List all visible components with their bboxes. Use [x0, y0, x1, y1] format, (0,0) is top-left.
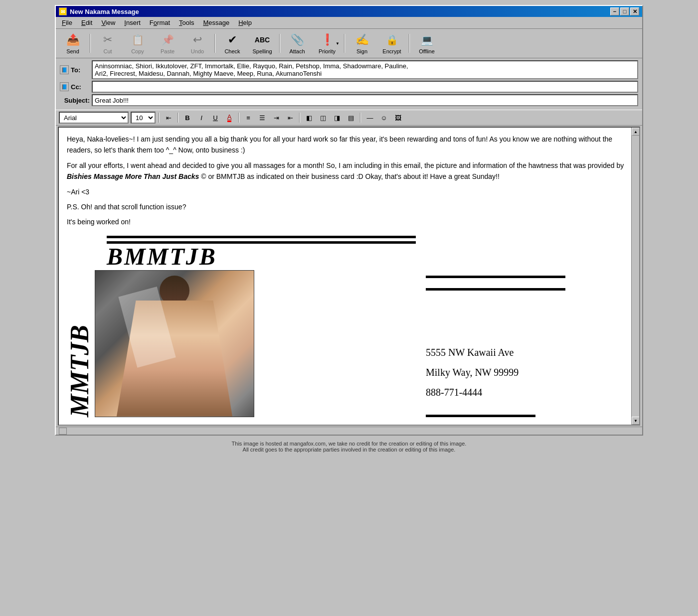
cut-icon: [100, 32, 116, 47]
encrypt-icon: [384, 32, 400, 47]
to-input-area[interactable]: Aninsomniac, Shiori, Ikkutolover, ZFT, I…: [92, 60, 638, 79]
indent-decrease-button[interactable]: ⇤: [163, 112, 174, 123]
fontcolor-button[interactable]: A: [223, 112, 235, 123]
footer-line-2: All credit goes to the appropriate parti…: [232, 447, 467, 453]
right-line-1: [426, 276, 565, 278]
size-selector[interactable]: 10: [131, 112, 156, 124]
copy-label: Copy: [131, 48, 144, 54]
to-line2: Ari2, Firecrest, Maidesu, Dannah, Mighty…: [95, 70, 635, 77]
italic-button[interactable]: I: [195, 112, 207, 123]
priority-button[interactable]: Priority ▼: [313, 31, 341, 56]
window-title: New Nakama Message: [70, 8, 139, 15]
address-line-2: Milky Way, NW 99999: [426, 362, 565, 382]
phone-number: 888-771-4444: [426, 382, 565, 402]
spelling-button[interactable]: Spelling: [248, 31, 276, 56]
bold-button[interactable]: B: [181, 112, 193, 123]
address-line-1: 5555 NW Kawaii Ave: [426, 342, 565, 362]
address-block: 5555 NW Kawaii Ave Milky Way, NW 99999 8…: [426, 342, 565, 402]
toolbar: Send Cut Copy Paste Undo Check Spelling: [56, 29, 642, 58]
image-button[interactable]: 🖼: [392, 112, 404, 123]
offline-label: Offline: [419, 48, 435, 54]
undo-label: Undo: [191, 48, 204, 54]
fmt-sep-3: [238, 113, 239, 123]
image-section: MMTJB: [67, 270, 416, 417]
toolbar-separator-4: [344, 34, 345, 53]
offline-button[interactable]: Offline: [413, 31, 441, 56]
menu-tools[interactable]: Tools: [175, 18, 198, 27]
menu-message[interactable]: Message: [199, 18, 233, 27]
menu-bar: File Edit View Insert Format Tools Messa…: [56, 17, 642, 29]
align-right-button[interactable]: ◨: [331, 112, 343, 123]
maximize-button[interactable]: □: [620, 7, 629, 15]
right-line-2: [426, 288, 565, 291]
toolbar-separator-1: [90, 34, 91, 53]
offline-icon: [419, 32, 435, 47]
rule-button[interactable]: —: [364, 112, 376, 123]
check-label: Check: [224, 48, 240, 54]
cc-label: 📘 Cc:: [60, 82, 90, 91]
body-signature: ~Ari <3: [67, 186, 625, 197]
to-row: 📘 To: Aninsomniac, Shiori, Ikkutolover, …: [60, 60, 638, 79]
bmmtjb-logo: BMMTJB: [107, 244, 416, 270]
business-card: BMMTJB MMTJB: [67, 236, 625, 417]
main-window: ✉ New Nakama Message − □ ✕ File Edit Vie…: [55, 5, 643, 436]
menu-view[interactable]: View: [97, 18, 119, 27]
align-center-button[interactable]: ◫: [317, 112, 329, 123]
copy-button[interactable]: Copy: [124, 31, 152, 56]
send-button[interactable]: Send: [59, 31, 87, 56]
font-selector[interactable]: Arial: [59, 112, 129, 124]
check-button[interactable]: Check: [218, 31, 246, 56]
address-area: 📘 To: Aninsomniac, Shiori, Ikkutolover, …: [56, 58, 642, 110]
toolbar-separator-3: [279, 34, 280, 53]
unordered-list-button[interactable]: ≡: [242, 112, 254, 123]
sign-icon: [354, 32, 370, 47]
man-image: [95, 270, 254, 417]
bottom-line: [426, 415, 535, 417]
emoticon-button[interactable]: ☺: [378, 112, 390, 123]
justify-button[interactable]: ▤: [345, 112, 357, 123]
paste-button[interactable]: Paste: [154, 31, 181, 56]
attach-icon: [289, 32, 305, 47]
spelling-label: Spelling: [252, 48, 272, 54]
subject-input[interactable]: [92, 94, 638, 106]
cut-button[interactable]: Cut: [94, 31, 122, 56]
undo-button[interactable]: Undo: [183, 31, 211, 56]
bmmtjb-card-right: 5555 NW Kawaii Ave Milky Way, NW 99999 8…: [416, 236, 565, 417]
top-line-1: [107, 236, 416, 238]
paste-label: Paste: [161, 48, 174, 54]
to-book-icon[interactable]: 📘: [60, 65, 69, 74]
sign-label: Sign: [356, 48, 367, 54]
align-left-button[interactable]: ◧: [303, 112, 315, 123]
compose-content[interactable]: Heya, Naka-lovelies~! I am just sending …: [59, 128, 639, 423]
menu-edit[interactable]: Edit: [77, 18, 96, 27]
indent-button[interactable]: ⇥: [270, 112, 282, 123]
priority-icon: [319, 32, 335, 47]
scroll-track[interactable]: [632, 136, 639, 417]
cc-book-icon[interactable]: 📘: [60, 82, 69, 91]
copy-icon: [130, 32, 146, 47]
menu-file[interactable]: File: [58, 18, 76, 27]
cut-label: Cut: [103, 48, 112, 54]
subject-label: Subject:: [60, 97, 90, 104]
sign-button[interactable]: Sign: [348, 31, 376, 56]
encrypt-button[interactable]: Encrypt: [378, 31, 406, 56]
underline-button[interactable]: U: [209, 112, 221, 123]
status-bar: [56, 427, 642, 435]
menu-help[interactable]: Help: [234, 18, 256, 27]
menu-format[interactable]: Format: [146, 18, 174, 27]
cc-row: 📘 Cc:: [60, 81, 638, 93]
horizontal-scrollbar-area[interactable]: [59, 428, 67, 435]
ordered-list-button[interactable]: ☰: [256, 112, 268, 123]
check-icon: [224, 32, 240, 47]
attach-label: Attach: [289, 48, 305, 54]
cc-input[interactable]: [92, 81, 638, 93]
close-button[interactable]: ✕: [630, 7, 639, 15]
outdent-button[interactable]: ⇤: [284, 112, 296, 123]
scroll-up-arrow[interactable]: ▲: [632, 128, 640, 136]
scroll-down-arrow[interactable]: ▼: [632, 417, 640, 425]
menu-insert[interactable]: Insert: [120, 18, 145, 27]
attach-button[interactable]: Attach: [283, 31, 311, 56]
scrollbar: ▲ ▼: [631, 128, 639, 425]
top-lines: [107, 236, 416, 244]
minimize-button[interactable]: −: [610, 7, 619, 15]
